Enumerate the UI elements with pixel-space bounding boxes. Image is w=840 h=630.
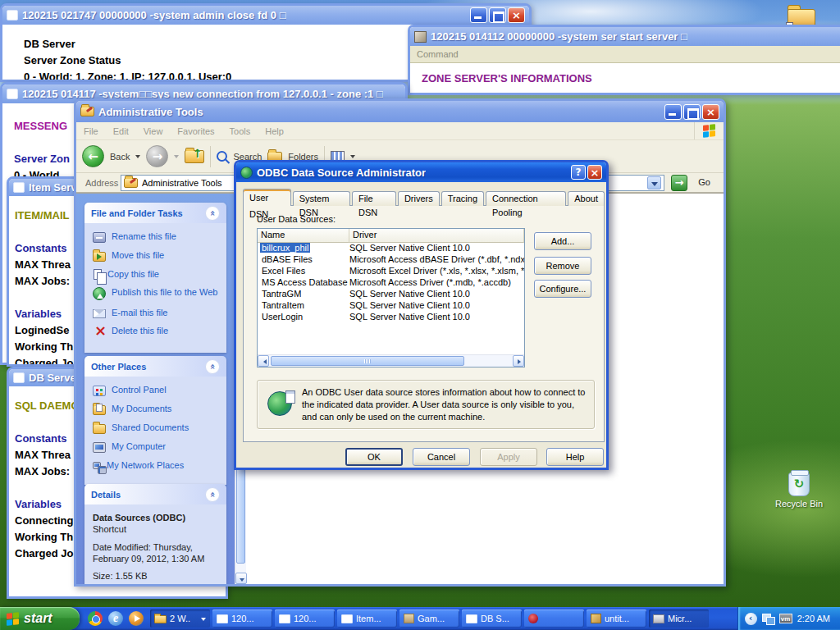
- scrollbar-thumb[interactable]: [271, 356, 464, 366]
- task-link[interactable]: Copy this file: [93, 269, 220, 280]
- taskbar-window-button[interactable]: DB S...: [462, 609, 522, 628]
- task-label[interactable]: Publish this file to the Web: [112, 287, 217, 298]
- apply-button[interactable]: Apply: [480, 448, 537, 466]
- odbc-tab[interactable]: User DSN: [243, 189, 291, 206]
- chrome-icon[interactable]: [88, 611, 103, 626]
- tray-chevron-icon[interactable]: ‹: [745, 613, 757, 625]
- odbc-tab[interactable]: System DSN: [293, 191, 350, 206]
- back-dropdown-icon[interactable]: [135, 155, 140, 161]
- maximize-button[interactable]: [489, 7, 506, 23]
- data-source-row[interactable]: MS Access Database Microsoft Access Driv…: [258, 277, 524, 289]
- menu-item[interactable]: Edit: [106, 126, 136, 136]
- help-button[interactable]: Help: [546, 448, 604, 466]
- close-button[interactable]: ×: [587, 165, 602, 180]
- admin-tools-titlebar[interactable]: Administrative Tools ×: [76, 101, 724, 122]
- menu-item[interactable]: Help: [258, 126, 291, 136]
- collapse-chevron-icon[interactable]: «: [205, 487, 220, 502]
- driver-column-header[interactable]: Driver: [349, 229, 524, 243]
- go-button[interactable]: →: [671, 175, 687, 191]
- data-source-row[interactable]: dBASE Files Microsoft Access dBASE Drive…: [258, 254, 524, 266]
- panel-header[interactable]: Details «: [84, 484, 226, 504]
- menu-item[interactable]: Tools: [222, 126, 258, 136]
- maximize-button[interactable]: [683, 104, 701, 120]
- close-button[interactable]: ×: [508, 7, 525, 23]
- taskbar-window-button[interactable]: Micr...: [649, 609, 709, 628]
- menu-item[interactable]: View: [136, 126, 171, 136]
- search-icon[interactable]: [217, 151, 227, 162]
- place-link[interactable]: My Computer: [93, 441, 220, 453]
- help-button[interactable]: ?: [571, 165, 586, 180]
- place-label[interactable]: My Network Places: [107, 460, 184, 471]
- place-label[interactable]: My Computer: [112, 441, 166, 452]
- task-link[interactable]: Move this file: [93, 250, 220, 262]
- place-label[interactable]: Shared Documents: [112, 422, 189, 433]
- place-label[interactable]: My Documents: [112, 404, 171, 414]
- menu-item[interactable]: Favorites: [170, 126, 221, 136]
- data-sources-list[interactable]: Name Driver billcrux_phil SQL Server Nat…: [257, 228, 525, 368]
- odbc-tab[interactable]: About: [568, 191, 605, 206]
- data-source-row[interactable]: TantraGM SQL Server Native Client 10.0: [258, 289, 524, 300]
- taskbar-window-button[interactable]: Item...: [337, 609, 397, 628]
- place-link[interactable]: My Network Places: [93, 460, 220, 471]
- taskbar-window-button[interactable]: Gam...: [399, 609, 459, 628]
- taskbar-window-button[interactable]: untit...: [587, 609, 646, 628]
- task-label[interactable]: Delete this file: [112, 326, 168, 336]
- task-label[interactable]: Copy this file: [107, 269, 159, 280]
- minimize-button[interactable]: [664, 104, 682, 120]
- data-source-row[interactable]: billcrux_phil SQL Server Native Client 1…: [258, 243, 524, 254]
- data-source-row[interactable]: TantraItem SQL Server Native Client 10.0: [258, 300, 524, 312]
- address-dropdown-button[interactable]: [647, 176, 661, 189]
- odbc-tab[interactable]: File DSN: [352, 191, 396, 206]
- remove-button[interactable]: Remove: [534, 257, 591, 275]
- forward-button[interactable]: →: [146, 145, 168, 167]
- minimize-button[interactable]: [470, 7, 487, 23]
- back-label[interactable]: Back: [110, 152, 130, 162]
- odbc-tab[interactable]: Drivers: [398, 191, 440, 206]
- data-source-row[interactable]: UserLogin SQL Server Native Client 10.0: [258, 312, 524, 323]
- add-button[interactable]: Add...: [534, 232, 591, 250]
- taskbar-window-button[interactable]: [524, 609, 584, 628]
- panel-header[interactable]: File and Folder Tasks «: [84, 203, 226, 223]
- media-player-icon[interactable]: [129, 611, 144, 626]
- scroll-left-button[interactable]: [258, 355, 269, 367]
- task-link[interactable]: Rename this file: [93, 231, 220, 243]
- taskbar-window-button[interactable]: 120...: [275, 609, 335, 628]
- odbc-tab[interactable]: Connection Pooling: [486, 191, 566, 206]
- recycle-bin-icon[interactable]: ↻ Recycle Bin: [769, 472, 829, 509]
- task-label[interactable]: Rename this file: [112, 231, 176, 242]
- task-label[interactable]: Move this file: [112, 250, 164, 261]
- scroll-down-button[interactable]: [235, 573, 247, 584]
- close-button[interactable]: ×: [702, 104, 719, 120]
- network-tray-icon[interactable]: [762, 614, 774, 623]
- data-source-row[interactable]: Excel Files Microsoft Excel Driver (*.xl…: [258, 266, 524, 277]
- up-button[interactable]: ↑: [185, 150, 204, 163]
- internet-explorer-icon[interactable]: e: [108, 611, 123, 626]
- console3-titlebar[interactable]: 120215 014112 00000000 -system ser start…: [410, 27, 840, 46]
- place-link[interactable]: Shared Documents: [93, 422, 220, 434]
- odbc-tab[interactable]: Tracing: [441, 191, 484, 206]
- configure-button[interactable]: Configure...: [534, 280, 591, 298]
- collapse-chevron-icon[interactable]: «: [205, 359, 220, 374]
- taskbar-window-button[interactable]: 2 W..: [150, 609, 210, 628]
- vmware-tray-icon[interactable]: vm: [779, 614, 792, 623]
- back-button[interactable]: ←: [82, 145, 104, 167]
- forward-dropdown-icon[interactable]: [174, 155, 179, 161]
- place-link[interactable]: Control Panel: [93, 385, 220, 396]
- name-column-header[interactable]: Name: [258, 229, 349, 243]
- scroll-right-button[interactable]: [513, 355, 524, 367]
- cancel-button[interactable]: Cancel: [413, 448, 470, 466]
- task-label[interactable]: E-mail this file: [112, 308, 167, 318]
- place-link[interactable]: My Documents: [93, 404, 220, 415]
- start-button[interactable]: start: [0, 607, 80, 630]
- task-link[interactable]: E-mail this file: [93, 308, 220, 318]
- odbc-titlebar[interactable]: ODBC Data Source Administrator ? ×: [236, 162, 606, 182]
- console1-titlebar[interactable]: 120215 021747 00000000 -system admin clo…: [2, 6, 529, 25]
- menu-item[interactable]: File: [76, 126, 106, 136]
- ok-button[interactable]: OK: [345, 448, 403, 466]
- task-link[interactable]: Delete this file: [93, 326, 220, 339]
- place-label[interactable]: Control Panel: [112, 385, 167, 395]
- task-link[interactable]: Publish this file to the Web: [93, 287, 220, 300]
- panel-header[interactable]: Other Places «: [84, 356, 226, 377]
- collapse-chevron-icon[interactable]: «: [205, 206, 220, 221]
- taskbar-window-button[interactable]: 120...: [212, 609, 272, 628]
